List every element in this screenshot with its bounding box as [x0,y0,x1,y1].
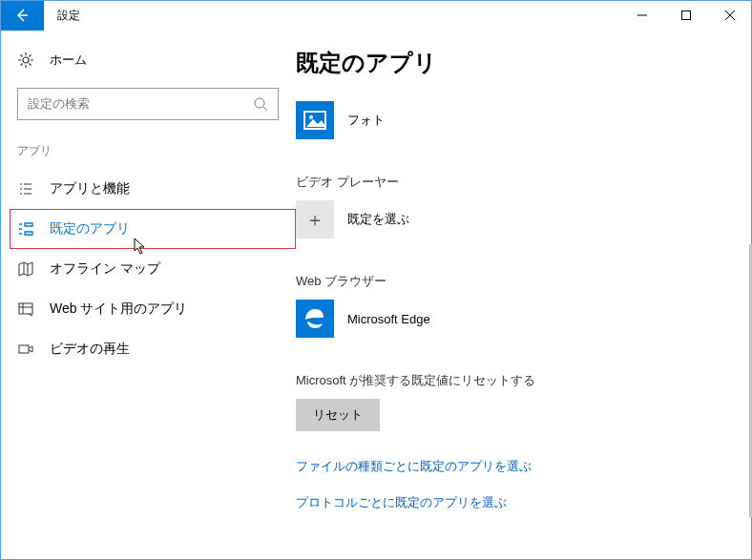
default-app-browser[interactable]: Microsoft Edge [296,300,733,338]
sidebar-item-label: 既定のアプリ [50,220,130,238]
window-title: 設定 [44,8,80,24]
reset-button[interactable]: リセット [296,399,380,431]
photos-icon [303,108,327,133]
default-apps-icon [17,220,34,238]
map-icon [17,260,34,278]
video-icon [17,341,34,358]
choose-default-label: 既定を選ぶ [347,211,409,228]
app-name: Microsoft Edge [347,312,430,326]
category-web-browser: Web ブラウザー [296,273,733,290]
choose-default-tile: ＋ [296,200,334,239]
search-placeholder: 設定の検索 [28,95,90,113]
svg-rect-3 [19,303,32,314]
search-icon [253,96,268,112]
link-by-protocol[interactable]: プロトコルごとに既定のアプリを選ぶ [296,494,733,511]
app-name: フォト [347,112,385,129]
maximize-button[interactable] [664,0,708,31]
default-app-photos[interactable]: フォト [296,101,733,139]
gear-icon [17,52,34,69]
sidebar: ホーム 設定の検索 アプリ アプリと機能 既定のアプリ オフライン マップ [0,31,296,560]
sidebar-item-video-playback[interactable]: ビデオの再生 [0,329,296,369]
sidebar-item-default-apps[interactable]: 既定のアプリ [0,209,296,249]
svg-rect-4 [19,345,29,353]
default-app-video[interactable]: ＋ 既定を選ぶ [296,200,733,239]
sidebar-item-label: オフライン マップ [50,260,160,278]
sidebar-item-offline-maps[interactable]: オフライン マップ [0,249,296,289]
svg-point-1 [23,57,29,63]
svg-point-6 [309,115,313,119]
sidebar-item-label: ビデオの再生 [50,341,130,358]
minimize-button[interactable] [620,0,664,31]
reset-description: Microsoft が推奨する既定値にリセットする [296,372,733,389]
search-input[interactable]: 設定の検索 [17,88,279,120]
website-apps-icon [17,301,34,318]
sidebar-item-label: アプリと機能 [50,180,130,197]
window-controls [620,0,752,31]
photos-tile [296,101,334,139]
titlebar: 設定 [0,0,752,31]
plus-icon: ＋ [305,207,324,233]
svg-rect-0 [682,11,691,20]
svg-point-2 [255,98,264,108]
sidebar-item-apps-features[interactable]: アプリと機能 [0,169,296,209]
edge-icon [303,306,327,331]
close-button[interactable] [708,0,752,31]
maximize-icon [681,10,691,20]
sidebar-section-label: アプリ [0,137,296,169]
sidebar-item-apps-for-websites[interactable]: Web サイト用のアプリ [0,289,296,329]
close-icon [725,10,735,20]
main-content: 既定のアプリ フォト ビデオ プレーヤー ＋ 既定を選ぶ Web ブラウザー [296,31,752,560]
category-video-player: ビデオ プレーヤー [296,174,733,191]
back-button[interactable] [0,0,44,31]
home-button[interactable]: ホーム [0,42,296,78]
sidebar-item-label: Web サイト用のアプリ [50,301,187,318]
minimize-icon [637,10,647,20]
list-icon [17,180,34,197]
edge-tile [296,300,334,338]
arrow-left-icon [14,8,30,23]
home-label: ホーム [50,52,87,69]
page-title: 既定のアプリ [296,48,733,78]
link-by-filetype[interactable]: ファイルの種類ごとに既定のアプリを選ぶ [296,458,733,475]
